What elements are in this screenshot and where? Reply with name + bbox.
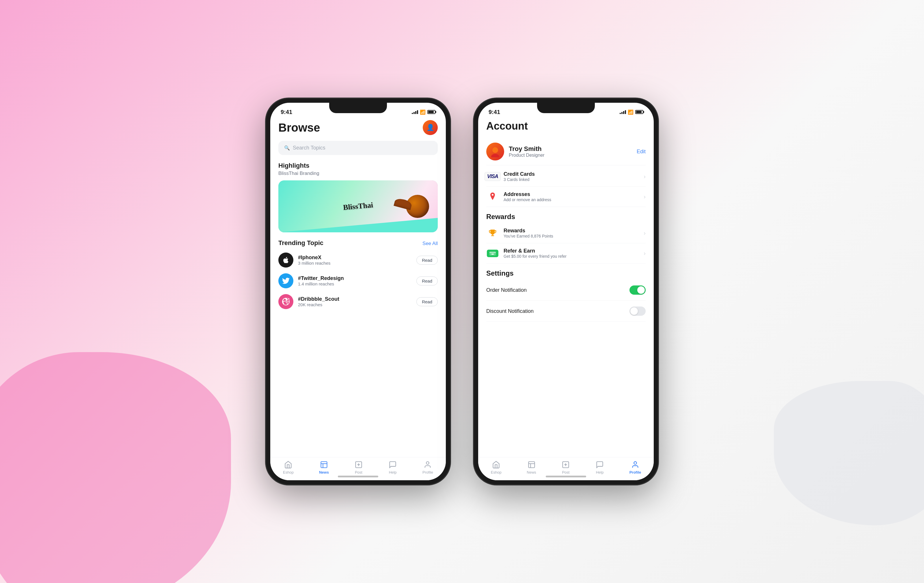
nav-item-news-left[interactable]: News (319, 460, 329, 474)
card-wave (278, 218, 438, 232)
trophy-icon-wrap (486, 229, 499, 238)
nav-item-eshop-left[interactable]: Eshop (283, 460, 294, 474)
avatar[interactable]: 👤 (423, 120, 438, 135)
help-label-left: Help (389, 470, 397, 474)
refer-earn-info: Refer & Earn Get $5.00 for every friend … (503, 248, 639, 259)
rewards-item[interactable]: Rewards You've Earned 8,876 Points › (486, 223, 646, 243)
chevron-right-icon: › (644, 230, 646, 236)
signal-bars-left (412, 110, 418, 114)
profile-name: Troy Smith (509, 145, 632, 153)
topic-item: #Dribbble_Scout 20K reaches Read (278, 294, 438, 309)
nav-item-post-right[interactable]: Post (561, 460, 570, 474)
pin-icon-wrap (486, 192, 499, 201)
phone-left-screen: 9:41 📶 Browse 👤 (270, 103, 446, 480)
post-icon-right (561, 460, 570, 469)
nav-item-help-right[interactable]: Help (596, 460, 604, 474)
refer-earn-icon (489, 251, 496, 256)
see-all-button[interactable]: See All (422, 241, 438, 247)
apple-icon (278, 252, 294, 268)
nav-item-news-right[interactable]: News (527, 460, 536, 474)
trending-label: Trending Topic (278, 239, 323, 247)
discount-notification-toggle[interactable] (629, 306, 646, 316)
nav-item-post-left[interactable]: Post (354, 460, 363, 474)
rewards-info: Rewards You've Earned 8,876 Points (503, 228, 639, 239)
post-label-left: Post (355, 470, 362, 474)
highlights-sub: BlissThai Branding (278, 171, 438, 176)
dribbble-icon (278, 294, 294, 309)
phone-right-screen: 9:41 📶 Account (478, 103, 654, 480)
refer-icon-wrap (486, 249, 499, 258)
profile-avatar (486, 143, 504, 160)
topic-info-dribbble: #Dribbble_Scout 20K reaches (298, 296, 412, 307)
highlight-card[interactable]: BlissThai (278, 180, 438, 232)
credit-cards-item[interactable]: VISA Credit Cards 3 Cards linked › (486, 166, 646, 187)
topic-info-iphonex: #IphoneX 3 million reaches (298, 255, 412, 265)
profile-role: Product Designer (509, 153, 632, 158)
svg-point-6 (426, 462, 429, 464)
nav-item-profile-left[interactable]: Profile (422, 460, 433, 474)
order-notification-toggle[interactable] (629, 285, 646, 295)
help-icon (388, 460, 397, 469)
svg-rect-9 (489, 251, 496, 255)
svg-point-7 (492, 147, 498, 153)
svg-rect-0 (321, 462, 327, 468)
settings-section-title: Settings (486, 269, 646, 277)
browse-main: Browse 👤 🔍 Search Topics Highlights Blis… (270, 117, 446, 457)
refer-earn-item[interactable]: Refer & Earn Get $5.00 for every friend … (486, 243, 646, 264)
profile-icon-left (423, 460, 432, 469)
news-icon-right (527, 460, 536, 469)
status-time-left: 9:41 (280, 109, 292, 115)
profile-row[interactable]: Troy Smith Product Designer Edit (486, 138, 646, 165)
trending-header: Trending Topic See All (278, 239, 438, 248)
wifi-icon-left: 📶 (420, 109, 426, 115)
read-button-iphonex[interactable]: Read (416, 256, 438, 265)
chevron-right-icon: › (644, 193, 646, 200)
chevron-right-icon: › (644, 250, 646, 257)
search-placeholder: Search Topics (293, 145, 325, 151)
nav-item-eshop-right[interactable]: Eshop (491, 460, 502, 474)
account-title: Account (486, 120, 646, 132)
status-time-right: 9:41 (488, 109, 500, 115)
edit-button[interactable]: Edit (637, 149, 646, 155)
post-icon (354, 460, 363, 469)
addresses-title: Addresses (503, 191, 639, 198)
status-icons-right: 📶 (620, 109, 644, 115)
read-button-twitter[interactable]: Read (416, 277, 438, 285)
post-label-right: Post (562, 470, 569, 474)
status-icons-left: 📶 (412, 109, 436, 115)
home-indicator-right (546, 476, 586, 478)
home-indicator-left (338, 476, 378, 478)
bliss-thai-text: BlissThai (343, 201, 373, 212)
battery-left (427, 110, 436, 114)
addresses-sub: Add or remove an address (503, 198, 639, 202)
help-label-right: Help (596, 470, 604, 474)
highlights-label: Highlights (278, 162, 438, 170)
nav-item-help-left[interactable]: Help (388, 460, 397, 474)
news-label-right: News (527, 470, 536, 474)
chevron-right-icon: › (644, 173, 646, 180)
notch-right (537, 103, 595, 113)
profile-icon-right (631, 460, 640, 469)
read-button-dribbble[interactable]: Read (416, 297, 438, 306)
svg-point-8 (491, 154, 499, 157)
addresses-info: Addresses Add or remove an address (503, 191, 639, 202)
nav-item-profile-right[interactable]: Profile (629, 460, 641, 474)
svg-rect-11 (492, 254, 494, 255)
news-label-left: News (319, 470, 329, 474)
profile-info: Troy Smith Product Designer (509, 145, 632, 158)
eshop-icon (284, 460, 292, 469)
addresses-item[interactable]: Addresses Add or remove an address › (486, 187, 646, 207)
credit-cards-sub: 3 Cards linked (503, 177, 639, 182)
eshop-label-left: Eshop (283, 470, 294, 474)
search-bar[interactable]: 🔍 Search Topics (278, 141, 438, 155)
location-pin-icon (489, 193, 496, 201)
topic-item: #IphoneX 3 million reaches Read (278, 252, 438, 268)
browse-header: Browse 👤 (278, 120, 438, 135)
browse-screen-content: Browse 👤 🔍 Search Topics Highlights Blis… (270, 117, 446, 480)
account-screen-content: Account Troy Smith Product Designer (478, 117, 654, 480)
account-main: Account Troy Smith Product Designer (478, 117, 654, 457)
notch-left (329, 103, 387, 113)
topic-item: #Twitter_Redesign 1.4 million reaches Re… (278, 273, 438, 288)
browse-title: Browse (278, 121, 320, 134)
topic-info-twitter: #Twitter_Redesign 1.4 million reaches (298, 275, 412, 286)
